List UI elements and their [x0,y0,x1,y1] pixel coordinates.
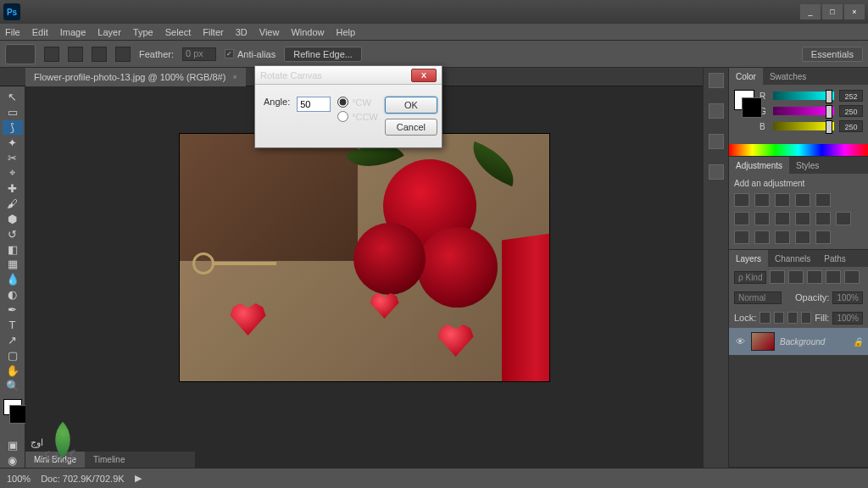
cancel-button[interactable]: Cancel [385,119,437,136]
selection-subtract-icon[interactable] [92,47,107,62]
actions-panel-icon[interactable] [709,103,724,119]
tool-preset-icon[interactable] [5,44,36,64]
marquee-tool[interactable]: ▭ [3,105,23,119]
tab-styles[interactable]: Styles [789,157,826,174]
workspace-switcher[interactable]: Essentials [802,47,863,62]
pen-tool[interactable]: ✒ [3,302,23,317]
adj-invert-icon[interactable] [734,230,749,244]
adj-vibrance-icon[interactable] [815,193,831,207]
close-button[interactable]: × [844,4,865,19]
path-tool[interactable]: ↗ [3,333,23,347]
layer-row[interactable]: 👁 Background 🔒 [729,328,868,355]
clone-panel-icon[interactable] [709,164,724,180]
menu-3d[interactable]: 3D [236,27,248,37]
adj-threshold-icon[interactable] [775,230,790,244]
selection-intersect-icon[interactable] [115,47,131,62]
dialog-close-button[interactable]: X [411,69,437,82]
angle-input[interactable] [297,97,331,112]
tab-color[interactable]: Color [729,68,763,85]
filter-type-icon[interactable] [807,270,822,284]
heal-tool[interactable]: ✚ [3,181,23,196]
filter-smart-icon[interactable] [844,270,860,284]
blend-mode-select[interactable]: Normal [734,291,782,304]
refine-edge-button[interactable]: Refine Edge... [284,47,362,62]
adj-bw-icon[interactable] [775,212,790,225]
layer-filter-kind[interactable]: ρ Kind [734,271,766,284]
maximize-button[interactable]: □ [822,4,843,19]
document-canvas[interactable] [180,134,549,381]
history-panel-icon[interactable] [709,73,724,88]
adj-hue-icon[interactable] [734,212,749,225]
tab-swatches[interactable]: Swatches [763,68,813,85]
ccw-radio[interactable]: °CCW [337,111,378,122]
gradient-tool[interactable]: ▦ [3,257,23,271]
menu-image[interactable]: Image [60,27,86,37]
r-slider[interactable] [773,92,834,100]
zoom-tool[interactable]: 🔍 [3,379,23,393]
b-value[interactable]: 250 [839,120,863,132]
fill-value[interactable]: 100% [832,312,863,324]
brush-panel-icon[interactable] [709,134,724,149]
adj-curves-icon[interactable] [775,193,790,207]
menu-help[interactable]: Help [337,27,356,37]
layer-thumbnail[interactable] [751,332,775,351]
stamp-tool[interactable]: ⬢ [3,212,23,226]
opacity-value[interactable]: 100% [832,291,863,304]
move-tool[interactable]: ↖ [3,90,23,104]
tab-adjustments[interactable]: Adjustments [729,157,789,174]
ok-button[interactable]: OK [385,97,437,114]
shape-tool[interactable]: ▢ [3,348,23,363]
adj-gradient-icon[interactable] [795,230,810,244]
adj-balance-icon[interactable] [754,212,770,225]
color-swatch[interactable] [734,90,754,110]
history-brush-tool[interactable]: ↺ [3,227,23,241]
visibility-icon[interactable]: 👁 [734,336,746,347]
brush-tool[interactable]: 🖌 [3,197,23,211]
selection-new-icon[interactable] [44,47,59,62]
selection-add-icon[interactable] [68,47,83,62]
menu-layer[interactable]: Layer [97,27,121,37]
cw-radio[interactable]: °CW [337,97,378,108]
tab-timeline[interactable]: Timeline [85,452,133,469]
dodge-tool[interactable]: ◐ [3,287,23,302]
adj-poster-icon[interactable] [754,230,770,244]
menu-file[interactable]: File [5,27,20,37]
filter-shape-icon[interactable] [826,270,841,284]
adj-levels-icon[interactable] [754,193,770,207]
adj-mixer-icon[interactable] [815,212,831,225]
adj-brightness-icon[interactable] [734,193,749,207]
antialias-checkbox[interactable]: ✓ [225,49,234,58]
menu-filter[interactable]: Filter [203,27,223,37]
menu-edit[interactable]: Edit [32,27,48,37]
lock-trans-icon[interactable] [760,312,770,324]
menu-view[interactable]: View [259,27,280,37]
adj-lookup-icon[interactable] [836,212,851,225]
adj-photo-icon[interactable] [795,212,810,225]
type-tool[interactable]: T [3,318,23,332]
eraser-tool[interactable]: ◧ [3,242,23,257]
blur-tool[interactable]: 💧 [3,272,23,286]
r-value[interactable]: 252 [839,90,863,102]
lock-all-icon[interactable] [801,312,811,324]
filter-pixel-icon[interactable] [770,270,785,284]
document-tab-close-icon[interactable]: × [232,73,236,81]
minimize-button[interactable]: _ [800,4,821,19]
crop-tool[interactable]: ✂ [3,151,23,165]
feather-input[interactable]: 0 px [182,47,216,61]
color-spectrum[interactable] [729,144,868,156]
document-tab[interactable]: Flower-profile-photo-13.jpg @ 100% (RGB/… [25,68,246,86]
b-slider[interactable] [773,122,834,130]
lasso-tool[interactable]: ⟆ [3,120,23,135]
tab-layers[interactable]: Layers [729,250,768,267]
eyedropper-tool[interactable]: ⌖ [3,166,23,180]
tab-channels[interactable]: Channels [768,250,817,267]
wand-tool[interactable]: ✦ [3,136,23,150]
screen-mode-icon[interactable]: ▣ [3,438,23,452]
filter-adj-icon[interactable] [788,270,804,284]
g-value[interactable]: 250 [839,105,863,117]
zoom-level[interactable]: 100% [7,474,31,484]
status-arrow-icon[interactable]: ▶ [135,473,142,484]
menu-type[interactable]: Type [133,27,153,37]
hand-tool[interactable]: ✋ [3,363,23,378]
menu-window[interactable]: Window [291,27,324,37]
